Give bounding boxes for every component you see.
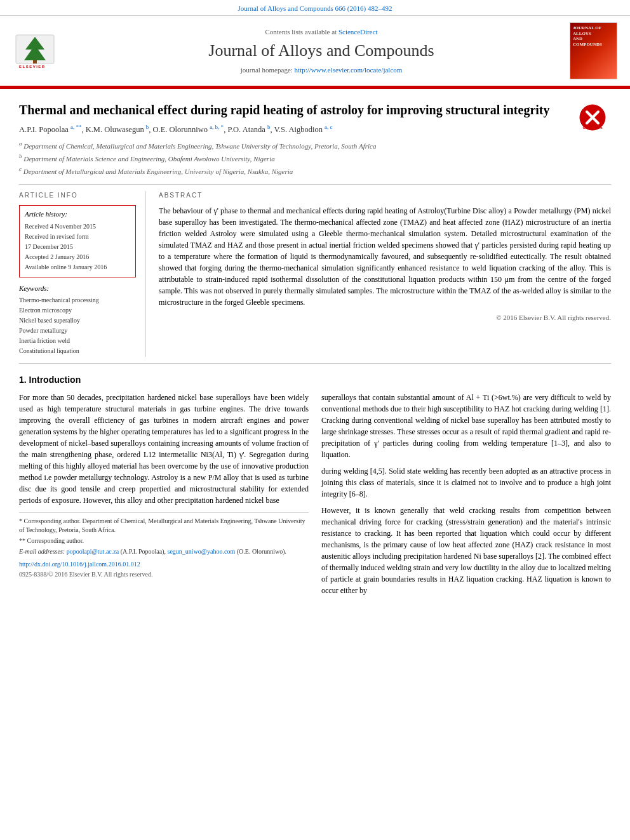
keyword-2: Electron microscopy <box>19 306 136 315</box>
affiliation-b: b Department of Materials Science and En… <box>19 152 573 164</box>
email-link-2[interactable]: segun_uniwo@yahoo.com <box>168 548 236 555</box>
intro-left-para-1: For more than 50 decades, precipitation … <box>19 392 309 506</box>
author-sup-ac: a, c <box>325 124 333 130</box>
affiliations: a Department of Chemical, Metallurgical … <box>19 140 573 177</box>
article-title-section: Thermal and mechanical effect during rap… <box>19 89 611 185</box>
journal-header-center: Contents lists available at ScienceDirec… <box>89 22 554 79</box>
article-authors: A.P.I. Popoolaa a, **, K.M. Oluwasegun b… <box>19 123 573 136</box>
copyright-line: © 2016 Elsevier B.V. All rights reserved… <box>159 313 611 323</box>
history-revised-date: 17 December 2015 <box>25 243 130 251</box>
keywords-title: Keywords: <box>19 284 136 293</box>
two-column-layout: For more than 50 decades, precipitation … <box>19 392 611 601</box>
journal-homepage-line: journal homepage: http://www.elsevier.co… <box>241 65 403 75</box>
svg-text:ELSEVIER: ELSEVIER <box>19 65 46 69</box>
journal-header: ELSEVIER Contents lists available at Sci… <box>0 16 630 87</box>
journal-cover-container: JOURNAL OFALLOYSANDCOMPOUNDS <box>560 22 617 79</box>
footnotes-section: * Corresponding author. Department of Ch… <box>19 512 309 579</box>
other-text: other <box>158 496 173 505</box>
intro-right-para-3: However, it is known generally that weld… <box>321 505 611 596</box>
svg-rect-2 <box>33 60 37 63</box>
author-sup-b1: b <box>146 124 149 130</box>
introduction-title: 1. Introduction <box>19 374 611 387</box>
history-received: Received 4 November 2015 <box>25 222 130 231</box>
intro-col-right: superalloys that contain substantial amo… <box>321 392 611 601</box>
introduction-section: 1. Introduction For more than 50 decades… <box>19 364 611 601</box>
intro-col-left: For more than 50 decades, precipitation … <box>19 392 309 601</box>
main-content: Thermal and mechanical effect during rap… <box>0 89 630 601</box>
crossmark-icon: CrossMark <box>579 104 606 131</box>
abstract-label: ABSTRACT <box>159 191 611 200</box>
cover-text: JOURNAL OFALLOYSANDCOMPOUNDS <box>573 25 602 47</box>
crossmark-badge[interactable]: CrossMark <box>579 102 611 131</box>
affiliation-c: c Department of Metallurgical and Materi… <box>19 165 573 177</box>
footnote-emails: E-mail addresses: popoolapi@tut.ac.za (A… <box>19 547 309 556</box>
rights-line: 0925-8388/© 2016 Elsevier B.V. All right… <box>19 570 309 579</box>
svg-text:CrossMark: CrossMark <box>582 126 603 130</box>
affiliation-a: a Department of Chemical, Metallurgical … <box>19 140 573 151</box>
sciencedirect-line: Contents lists available at ScienceDirec… <box>265 27 377 37</box>
abstract-text: The behaviour of γ' phase to thermal and… <box>159 205 611 308</box>
history-accepted: Accepted 2 January 2016 <box>25 253 130 262</box>
author-sup-b2: b <box>267 124 271 130</box>
history-online: Available online 9 January 2016 <box>25 263 130 272</box>
article-title-text: Thermal and mechanical effect during rap… <box>19 102 573 178</box>
keyword-6: Constitutional liquation <box>19 347 136 356</box>
keyword-3: Nickel based superalloy <box>19 316 136 325</box>
keyword-4: Powder metallurgy <box>19 326 136 335</box>
journal-homepage-link[interactable]: http://www.elsevier.com/locate/jalcom <box>295 66 403 74</box>
elsevier-logo-container: ELSEVIER <box>13 22 83 79</box>
doi-line: http://dx.doi.org/10.1016/j.jallcom.2016… <box>19 560 309 569</box>
intro-right-para-1: superalloys that contain substantial amo… <box>321 392 611 460</box>
article-info-column: ARTICLE INFO Article history: Received 4… <box>19 191 146 357</box>
email-link-1[interactable]: popoolapi@tut.ac.za <box>67 548 119 555</box>
journal-top-bar: Journal of Alloys and Compounds 666 (201… <box>0 0 630 16</box>
author-sup-ab: a, b, * <box>210 124 224 130</box>
sciencedirect-link[interactable]: ScienceDirect <box>338 28 378 36</box>
keyword-5: Inertia friction weld <box>19 337 136 345</box>
doi-link[interactable]: http://dx.doi.org/10.1016/j.jallcom.2016… <box>19 561 140 568</box>
elsevier-logo: ELSEVIER <box>13 32 57 70</box>
journal-title: Journal of Alloys and Compounds <box>208 39 434 62</box>
keywords-section: Keywords: Thermo-mechanical processing E… <box>19 284 136 356</box>
sciencedirect-label: Contents lists available at <box>265 28 337 36</box>
article-history-box: Article history: Received 4 November 201… <box>19 205 136 277</box>
footnote-starstar: ** Corresponding author. <box>19 537 309 545</box>
article-info-label: ARTICLE INFO <box>19 191 136 200</box>
journal-citation: Journal of Alloys and Compounds 666 (201… <box>238 4 392 12</box>
footnote-star: * Corresponding author. Department of Ch… <box>19 517 309 535</box>
article-history-title: Article history: <box>25 210 130 219</box>
article-title: Thermal and mechanical effect during rap… <box>19 102 573 118</box>
elsevier-tree-icon: ELSEVIER <box>13 32 57 70</box>
author-sup-a: a, ** <box>70 124 82 130</box>
history-revised-label: Received in revised form <box>25 232 130 241</box>
journal-cover-image: JOURNAL OFALLOYSANDCOMPOUNDS <box>570 22 617 79</box>
intro-right-para-2: during welding [4,5]. Solid state weldin… <box>321 465 611 500</box>
article-body-columns: ARTICLE INFO Article history: Received 4… <box>19 185 611 364</box>
homepage-label: journal homepage: <box>241 66 293 74</box>
abstract-column: ABSTRACT The behaviour of γ' phase to th… <box>146 191 611 357</box>
keyword-1: Thermo-mechanical processing <box>19 296 136 305</box>
